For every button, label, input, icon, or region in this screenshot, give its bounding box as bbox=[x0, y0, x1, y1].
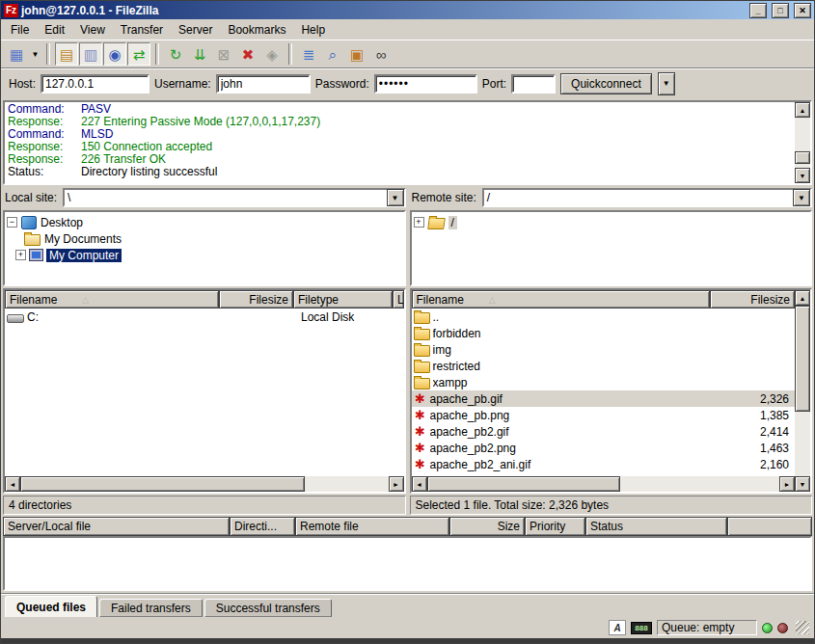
disconnect-icon[interactable]: ✖ bbox=[236, 42, 259, 66]
scroll-left-icon[interactable] bbox=[5, 476, 20, 492]
log-scrollbar[interactable] bbox=[795, 102, 810, 183]
local-status-text: 4 directories bbox=[3, 496, 406, 515]
column-header-filename[interactable]: Filename bbox=[5, 290, 219, 309]
expand-toggle-icon[interactable] bbox=[414, 217, 424, 228]
tab-successful-transfers[interactable]: Successful transfers bbox=[204, 599, 332, 617]
column-header-remote-file[interactable]: Remote file bbox=[295, 517, 449, 536]
column-header-filetype[interactable]: Filetype bbox=[293, 290, 393, 309]
local-file-row-c-drive[interactable]: C: Local Disk bbox=[5, 309, 404, 325]
chevron-down-icon[interactable]: ▼ bbox=[793, 189, 810, 206]
close-button[interactable]: ✕ bbox=[794, 3, 811, 18]
column-header-filesize[interactable]: Filesize bbox=[710, 290, 795, 309]
resize-grip[interactable] bbox=[796, 621, 809, 634]
host-input[interactable] bbox=[41, 74, 149, 94]
process-queue-icon[interactable]: ⇊ bbox=[188, 42, 211, 66]
folder-icon bbox=[414, 312, 430, 324]
quickconnect-button[interactable]: Quickconnect bbox=[560, 73, 652, 94]
transfer-queue: Server/Local file Directi... Remote file… bbox=[3, 517, 812, 591]
expand-toggle-icon[interactable] bbox=[15, 250, 26, 260]
remote-site-combobox[interactable]: / ▼ bbox=[482, 188, 812, 207]
cancel-operation-icon[interactable]: ⊠ bbox=[212, 42, 235, 66]
column-header-size[interactable]: Size bbox=[449, 517, 525, 536]
computer-icon bbox=[30, 250, 42, 260]
remote-file-row[interactable]: .. bbox=[412, 309, 796, 325]
column-header-last-modified[interactable]: L bbox=[393, 290, 404, 309]
column-header-status[interactable]: Status bbox=[585, 517, 727, 536]
quickconnect-dropdown-icon[interactable]: ▼ bbox=[658, 72, 675, 95]
remote-file-row[interactable]: restricted bbox=[412, 358, 796, 374]
tree-item-my-documents[interactable]: My Documents bbox=[7, 230, 402, 247]
synchronized-browsing-icon[interactable]: ∞ bbox=[369, 42, 393, 66]
remote-vertical-scrollbar[interactable] bbox=[795, 290, 810, 492]
remote-file-row[interactable]: forbidden bbox=[412, 325, 796, 341]
scrollbar-thumb[interactable] bbox=[427, 476, 620, 492]
scrollbar-thumb[interactable] bbox=[795, 151, 810, 164]
menu-file[interactable]: File bbox=[3, 20, 37, 40]
remote-horizontal-scrollbar[interactable] bbox=[412, 476, 796, 492]
column-header-server-local-file[interactable]: Server/Local file bbox=[3, 517, 230, 536]
maximize-button[interactable]: □ bbox=[772, 3, 789, 18]
documents-folder-icon bbox=[24, 234, 41, 246]
scroll-down-icon[interactable] bbox=[795, 168, 810, 183]
minimize-button[interactable]: _ bbox=[749, 3, 767, 18]
remote-status-text: Selected 1 file. Total size: 2,326 bytes bbox=[410, 496, 813, 515]
local-tree-toggle-icon[interactable]: ▥ bbox=[79, 42, 102, 66]
message-log-toggle-icon[interactable]: ▤ bbox=[55, 42, 78, 66]
window-bottom-edge bbox=[1, 638, 814, 643]
menu-server[interactable]: Server bbox=[171, 20, 220, 40]
remote-file-row[interactable]: apache_pb2.gif2,414 bbox=[412, 423, 796, 440]
scroll-down-icon[interactable] bbox=[795, 476, 810, 492]
scrollbar-thumb[interactable] bbox=[20, 476, 305, 492]
local-horizontal-scrollbar[interactable] bbox=[5, 476, 404, 492]
title-bar[interactable]: Fz john@127.0.0.1 - FileZilla _ □ ✕ bbox=[1, 1, 814, 19]
username-input[interactable] bbox=[216, 74, 311, 94]
scrollbar-thumb[interactable] bbox=[795, 306, 810, 412]
filename-filters-icon[interactable]: ⌕ bbox=[321, 42, 344, 66]
remote-file-row-selected[interactable]: apache_pb.gif2,326 bbox=[412, 390, 796, 407]
port-input[interactable] bbox=[511, 74, 556, 94]
local-pane: Local site: \ ▼ Desktop My Documents bbox=[3, 187, 406, 515]
scroll-left-icon[interactable] bbox=[412, 476, 427, 492]
local-site-combobox[interactable]: \ ▼ bbox=[63, 188, 405, 207]
menu-edit[interactable]: Edit bbox=[37, 20, 72, 40]
status-bar: A 888 Queue: empty bbox=[1, 617, 814, 638]
tab-queued-files[interactable]: Queued files bbox=[5, 596, 97, 617]
image-file-icon bbox=[414, 458, 427, 470]
transfer-queue-toggle-icon[interactable]: ⇄ bbox=[127, 42, 150, 66]
tree-item-my-computer[interactable]: My Computer bbox=[7, 247, 402, 263]
local-list-header: Filename Filesize Filetype L bbox=[5, 290, 404, 309]
tree-item-desktop[interactable]: Desktop bbox=[7, 214, 402, 230]
site-manager-icon[interactable]: ▦ bbox=[5, 42, 28, 66]
scroll-up-icon[interactable] bbox=[795, 102, 810, 118]
scroll-right-icon[interactable] bbox=[779, 476, 795, 492]
menu-view[interactable]: View bbox=[72, 20, 113, 40]
scroll-up-icon[interactable] bbox=[795, 290, 810, 306]
remote-file-row[interactable]: apache_pb2_ani.gif2,160 bbox=[412, 456, 796, 472]
tab-failed-transfers[interactable]: Failed transfers bbox=[99, 599, 203, 617]
site-manager-dropdown-icon[interactable]: ▼ bbox=[29, 42, 41, 66]
directory-comparison-icon[interactable]: ▣ bbox=[345, 42, 368, 66]
password-input[interactable] bbox=[374, 74, 477, 94]
scroll-right-icon[interactable] bbox=[389, 476, 404, 492]
remote-file-row[interactable]: apache_pb2.png1,463 bbox=[412, 440, 796, 456]
remote-file-row[interactable]: apache_pb.png1,385 bbox=[412, 407, 796, 423]
reconnect-icon[interactable]: ◈ bbox=[260, 42, 284, 66]
column-header-direction[interactable]: Directi... bbox=[230, 517, 295, 536]
chevron-down-icon[interactable]: ▼ bbox=[387, 189, 404, 206]
column-header-filler bbox=[727, 517, 812, 536]
tree-item-root[interactable]: / bbox=[414, 214, 809, 230]
directory-listing-icon[interactable]: ≣ bbox=[297, 42, 320, 66]
log-line: Status:Directory listing successful bbox=[8, 166, 792, 178]
menu-bookmarks[interactable]: Bookmarks bbox=[220, 20, 293, 40]
menu-help[interactable]: Help bbox=[293, 20, 333, 40]
remote-tree-toggle-icon[interactable]: ◉ bbox=[103, 42, 126, 66]
column-header-priority[interactable]: Priority bbox=[525, 517, 585, 536]
column-header-filesize[interactable]: Filesize bbox=[219, 290, 293, 309]
collapse-toggle-icon[interactable] bbox=[7, 217, 17, 228]
refresh-icon[interactable]: ↻ bbox=[164, 42, 187, 66]
column-header-filename[interactable]: Filename bbox=[412, 290, 711, 309]
remote-file-row[interactable]: xampp bbox=[412, 374, 796, 390]
queue-body-empty[interactable] bbox=[3, 536, 812, 591]
menu-transfer[interactable]: Transfer bbox=[113, 20, 171, 40]
remote-file-row[interactable]: img bbox=[412, 341, 796, 358]
